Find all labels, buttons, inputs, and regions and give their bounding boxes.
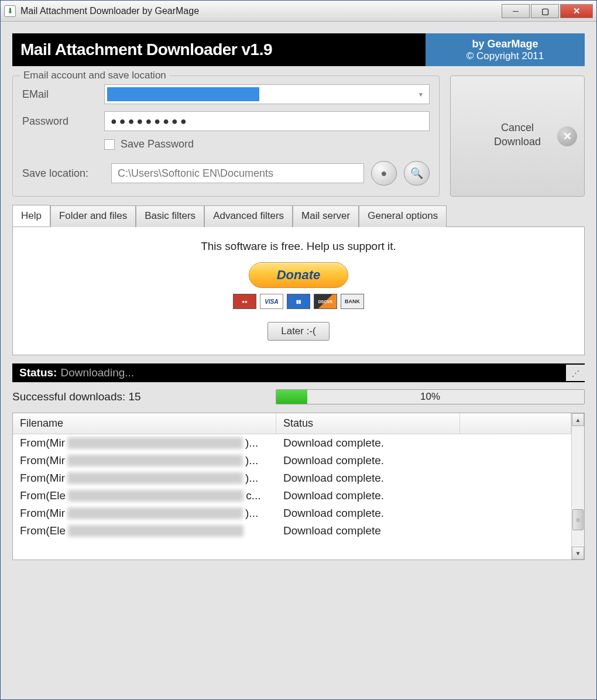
save-password-checkbox[interactable] [104, 139, 115, 150]
app-title: Mail Attachment Downloader v1.9 [12, 33, 426, 66]
close-button[interactable]: ✕ [560, 4, 593, 18]
discover-icon: DSCVR [314, 294, 337, 309]
filename-cell: From(Mir)... [13, 505, 276, 522]
combobox-arrow-icon[interactable]: ▼ [413, 91, 429, 98]
cancel-icon: ✕ [557, 126, 577, 146]
scroll-track[interactable]: ≡ [572, 426, 584, 547]
status-cell: Download complete. [276, 452, 571, 469]
filename-cell: From(Ele [13, 522, 276, 540]
successful-downloads-label: Successful downloads: 15 [12, 390, 276, 403]
filename-cell: From(Mir)... [13, 469, 276, 487]
table-row[interactable]: From(EleDownload complete [13, 522, 571, 540]
column-status[interactable]: Status [276, 413, 460, 434]
email-label: EMail [22, 88, 104, 101]
window-title: Mail Attachment Downloader by GearMage [20, 6, 500, 16]
tab-content-help: This software is free. Help us support i… [12, 227, 585, 355]
save-location-label: Save location: [22, 167, 104, 180]
open-folder-button[interactable]: ● [371, 161, 397, 186]
app-icon: ⬇ [4, 5, 16, 17]
browse-button[interactable]: 🔍 [404, 161, 430, 186]
status-cell: Download complete. [276, 434, 571, 452]
cancel-download-button[interactable]: Cancel Download ✕ [450, 76, 585, 197]
status-cell: Download complete [276, 522, 571, 540]
tab-folder-files[interactable]: Folder and files [50, 205, 136, 227]
scroll-down-button[interactable]: ▼ [572, 547, 584, 560]
filename-cell: From(Mir)... [13, 434, 276, 452]
cancel-line1: Cancel [494, 121, 541, 135]
later-button[interactable]: Later :-( [267, 322, 330, 341]
payment-cards: ●● VISA ▮▮ DSCVR BANK [25, 294, 572, 309]
save-password-label: Save Password [121, 138, 194, 150]
minimize-button[interactable]: ─ [502, 4, 530, 18]
table-row[interactable]: From(Mir)...Download complete. [13, 452, 571, 469]
progress-bar: 10% [276, 389, 585, 404]
scroll-thumb[interactable]: ≡ [572, 509, 584, 530]
scroll-up-button[interactable]: ▲ [572, 413, 584, 426]
tab-basic-filters[interactable]: Basic filters [136, 205, 204, 227]
password-field[interactable]: ●●●●●●●●● [104, 111, 430, 131]
column-filename[interactable]: Filename [13, 413, 276, 434]
tab-mail-server[interactable]: Mail server [293, 205, 359, 227]
maximize-button[interactable]: ▢ [531, 4, 559, 18]
search-icon: 🔍 [410, 167, 423, 180]
status-cell: Download complete. [276, 487, 571, 505]
table-row[interactable]: From(Elec...Download complete. [13, 487, 571, 505]
password-label: Password [22, 115, 104, 128]
tab-help[interactable]: Help [12, 205, 50, 227]
email-combobox[interactable]: ▼ [104, 84, 430, 104]
folder-icon: ● [381, 167, 387, 180]
table-row[interactable]: From(Mir)...Download complete. [13, 434, 571, 452]
tab-general-options[interactable]: General options [359, 205, 447, 227]
save-location-field[interactable]: C:\Users\Softonic EN\Documents [111, 163, 364, 183]
cancel-line2: Download [494, 135, 541, 149]
app-window: ⬇ Mail Attachment Downloader by GearMage… [0, 0, 597, 700]
client-area: Mail Attachment Downloader v1.9 by GearM… [1, 22, 596, 699]
mastercard-icon: ●● [233, 294, 256, 309]
help-text: This software is free. Help us support i… [25, 240, 572, 253]
bank-icon: BANK [341, 294, 364, 309]
status-label: Status: [19, 366, 57, 379]
filename-cell: From(Elec... [13, 487, 276, 505]
table-row[interactable]: From(Mir)...Download complete. [13, 469, 571, 487]
tab-advanced-filters[interactable]: Advanced filters [204, 205, 293, 227]
status-text: Downloading... [60, 366, 134, 379]
status-cell: Download complete. [276, 505, 571, 522]
column-spacer [460, 413, 571, 434]
table-row[interactable]: From(Mir)...Download complete. [13, 505, 571, 522]
status-bar: Status: Downloading... ⋰ [12, 363, 585, 382]
copyright-label: © Copyright 2011 [426, 50, 585, 62]
status-cell: Download complete. [276, 469, 571, 487]
filename-cell: From(Mir)... [13, 452, 276, 469]
spinner-icon: ⋰ [566, 365, 585, 381]
downloads-list: Filename Status From(Mir)...Download com… [12, 413, 585, 560]
titlebar[interactable]: ⬇ Mail Attachment Downloader by GearMage… [1, 1, 596, 22]
account-legend: Email account and save location [20, 70, 170, 81]
vertical-scrollbar[interactable]: ▲ ≡ ▼ [571, 413, 584, 560]
vendor-label: by GearMage [426, 38, 585, 50]
account-group: Email account and save location EMail ▼ … [12, 76, 440, 197]
donate-button[interactable]: Donate [249, 262, 348, 288]
banner: Mail Attachment Downloader v1.9 by GearM… [12, 33, 585, 66]
visa-icon: VISA [260, 294, 283, 309]
amex-icon: ▮▮ [287, 294, 310, 309]
progress-percent: 10% [276, 390, 584, 404]
list-header: Filename Status [13, 413, 571, 434]
tab-strip: Help Folder and files Basic filters Adva… [12, 205, 585, 227]
banner-credits: by GearMage © Copyright 2011 [426, 33, 585, 66]
email-value-redacted [107, 87, 259, 101]
